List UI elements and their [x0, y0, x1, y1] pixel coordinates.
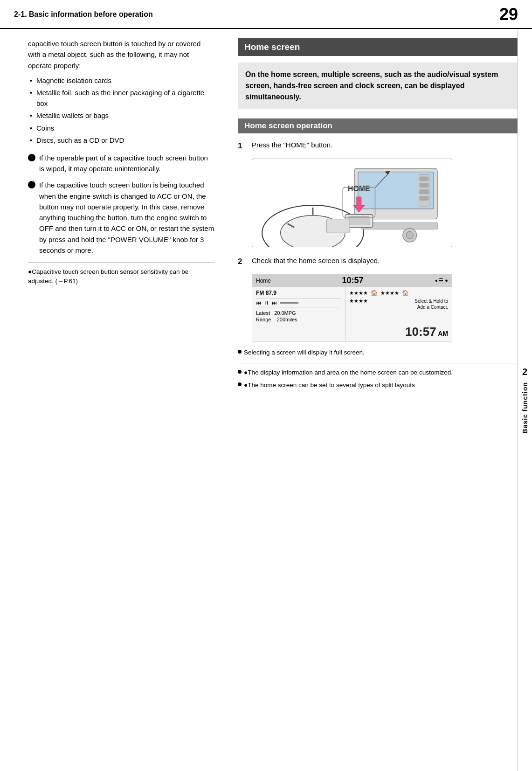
- intro-box: On the home screen, multiple screens, su…: [238, 63, 518, 109]
- home-button-illustration: HOME: [252, 159, 452, 247]
- svg-rect-15: [348, 216, 370, 225]
- intro-text: capacitive touch screen button is touche…: [28, 38, 214, 71]
- hs-radio: FM 87.9: [256, 290, 341, 296]
- divider: [238, 363, 518, 363]
- step-1-number: 1: [238, 140, 247, 152]
- svg-rect-9: [419, 176, 428, 181]
- circle-bullet-item: If the capacitive touch screen button is…: [28, 180, 214, 256]
- list-item: Metallic wallets or bags: [28, 111, 214, 121]
- svg-rect-21: [327, 219, 350, 233]
- hs-time: 10:57: [342, 276, 364, 285]
- list-item: Discs, such as a CD or DVD: [28, 135, 214, 146]
- hs-clock-large: 10:57 AM: [349, 325, 448, 339]
- svg-rect-11: [419, 189, 428, 194]
- hs-range: Range 200miles: [256, 317, 341, 322]
- step-2-number: 2: [238, 256, 247, 268]
- small-note-2: ●The home screen can be set to several t…: [238, 381, 518, 390]
- hs-stats: Latest 20.0MPG Range 200miles: [256, 310, 341, 322]
- step-1: 1 Press the "HOME" button.: [238, 140, 518, 152]
- bullet-icon: [238, 370, 242, 374]
- homescreen-mockup: Home 10:57 ◂ ☰ ● FM 87.9 ⏮ ⏸ ⏭: [252, 274, 452, 341]
- small-note-text: ●Capacitive touch screen button sensor s…: [28, 268, 188, 285]
- circle-item-text: If the capacitive touch screen button is…: [39, 180, 214, 256]
- list-item: Metallic foil, such as the inner packagi…: [28, 88, 214, 109]
- main-content: capacitive touch screen button is touche…: [0, 29, 532, 771]
- hs-controls: ⏮ ⏸ ⏭: [256, 298, 341, 307]
- svg-rect-12: [419, 196, 428, 201]
- step-1-text: Press the "HOME" button.: [252, 140, 332, 151]
- hs-body: FM 87.9 ⏮ ⏸ ⏭ Latest 20.0MPG: [252, 287, 452, 341]
- hs-left-panel: FM 87.9 ⏮ ⏸ ⏭ Latest 20.0MPG: [252, 287, 345, 341]
- page: 2-1. Basic information before operation …: [0, 0, 532, 771]
- small-note-2-text: ●The home screen can be set to several t…: [244, 381, 415, 390]
- left-column: capacitive touch screen button is touche…: [0, 29, 228, 771]
- hs-right-panel: ★★★★ 🏠 ★★★★ 🏠 ★★★★ Select & Hold toAdd a…: [345, 287, 452, 341]
- section-header-operation: Home screen operation: [238, 118, 518, 133]
- side-tab-text: Basic function: [521, 382, 529, 433]
- list-item: Magnetic isolation cards: [28, 76, 214, 86]
- bullet-icon: [28, 181, 35, 188]
- svg-point-23: [406, 231, 414, 239]
- side-tab-number: 2: [522, 367, 527, 377]
- circle-bullet-item: If the operable part of a capacitive tou…: [28, 153, 214, 174]
- bullet-icon: [238, 382, 242, 386]
- side-tab: 2 Basic function: [517, 29, 532, 771]
- home-button-svg: HOME: [252, 159, 452, 247]
- page-header: 2-1. Basic information before operation …: [0, 0, 532, 29]
- small-note: ●Capacitive touch screen button sensor s…: [28, 262, 214, 286]
- step-2: 2 Check that the home screen is displaye…: [238, 256, 518, 268]
- header-title: 2-1. Basic information before operation: [14, 10, 153, 19]
- selecting-note: Selecting a screen will display it full …: [238, 348, 518, 357]
- list-item: Coins: [28, 123, 214, 134]
- small-note-1: ●The display information and area on the…: [238, 368, 518, 377]
- right-column: Home screen On the home screen, multiple…: [228, 29, 532, 771]
- section-header-home: Home screen: [238, 38, 518, 56]
- hs-latest: Latest 20.0MPG: [256, 310, 341, 316]
- svg-text:HOME: HOME: [348, 185, 370, 193]
- hs-stars-top: ★★★★ 🏠 ★★★★ 🏠 ★★★★ Select & Hold toAdd a…: [349, 290, 448, 310]
- step-2-text: Check that the home screen is displayed.: [252, 256, 380, 266]
- hs-top-bar: Home 10:57 ◂ ☰ ●: [252, 274, 452, 287]
- bullet-list: Magnetic isolation cards Metallic foil, …: [28, 76, 214, 146]
- hs-home-label: Home: [256, 278, 271, 284]
- page-number: 29: [499, 5, 518, 24]
- svg-rect-10: [419, 183, 428, 188]
- bullet-icon: [28, 154, 35, 161]
- selecting-note-text: Selecting a screen will display it full …: [244, 348, 365, 357]
- hs-icons: ◂ ☰ ●: [435, 278, 448, 284]
- bullet-icon: [238, 350, 242, 354]
- small-note-1-text: ●The display information and area on the…: [244, 368, 453, 377]
- hs-contact-note: Select & Hold toAdd a Contact.: [415, 298, 448, 310]
- circle-bullet-list: If the operable part of a capacitive tou…: [28, 153, 214, 256]
- circle-item-text: If the operable part of a capacitive tou…: [39, 153, 214, 174]
- intro-box-text: On the home screen, multiple screens, su…: [245, 70, 498, 101]
